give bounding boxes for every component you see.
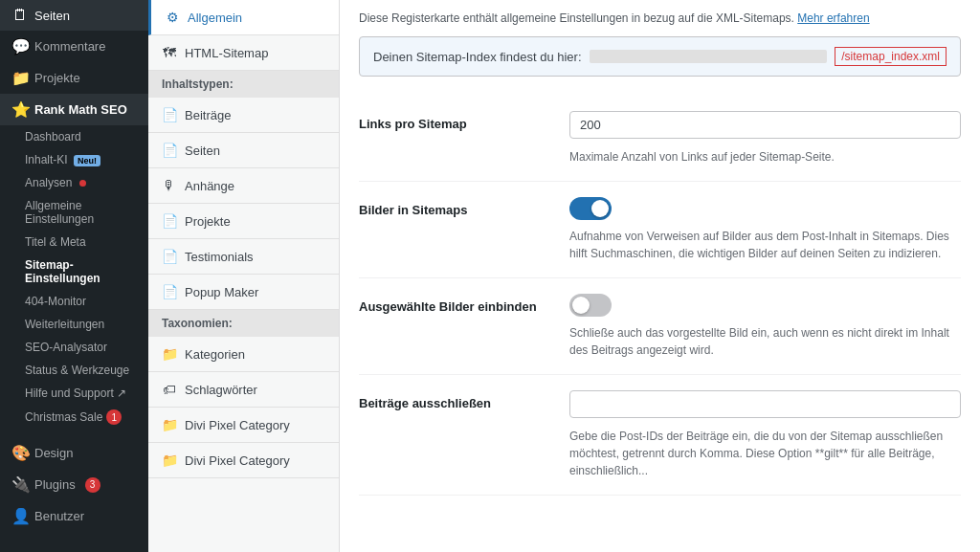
links-pro-sitemap-row: Links pro Sitemap Maximale Anzahl von Li… [359, 96, 961, 182]
sidebar-sub-analysen[interactable]: Analysen [0, 171, 148, 194]
tab-testimonials[interactable]: 📄 Testimonials [148, 239, 339, 275]
tab-popup-maker[interactable]: 📄 Popup Maker [148, 275, 339, 310]
ausgewaehlte-bilder-row: Ausgewählte Bilder einbinden Schließe au… [359, 278, 961, 375]
tab-seiten-label: Seiten [185, 144, 220, 158]
tab-popup-maker-label: Popup Maker [185, 285, 258, 299]
schlagwoerter-icon: 🏷 [162, 382, 177, 397]
new-badge: Neu! [74, 155, 100, 166]
sidebar-item-design[interactable]: 🎨 Design [0, 437, 148, 469]
links-pro-sitemap-desc: Maximale Anzahl von Links auf jeder Site… [569, 148, 961, 166]
page-intro: Diese Registerkarte enthält allgemeine E… [359, 0, 961, 36]
sidebar-item-seiten[interactable]: 🗒 Seiten [0, 0, 148, 31]
sidebar-label-plugins: Plugins [34, 477, 76, 492]
tab-testimonials-label: Testimonials [185, 250, 254, 264]
tab-html-sitemap[interactable]: 🗺 HTML-Sitemap [148, 35, 339, 71]
rank-math-icon: ⭐ [11, 100, 29, 119]
beitraege-ausschliessen-desc: Gebe die Post-IDs der Beiträge ein, die … [569, 428, 961, 479]
tabs-panel: ⚙ Allgemein 🗺 HTML-Sitemap Inhaltstypen:… [148, 0, 340, 552]
bilder-toggle-knob [591, 200, 609, 217]
sitemap-index-bar: Deinen Sitemap-Index findest du hier: /s… [359, 36, 961, 77]
sidebar-sub-status-werkzeuge[interactable]: Status & Werkzeuge [0, 359, 148, 382]
sidebar-label-benutzer: Benutzer [34, 509, 84, 523]
tab-anhaenge[interactable]: 🎙 Anhänge [148, 168, 339, 204]
benutzer-icon: 👤 [11, 507, 29, 525]
ausgewaehlte-bilder-desc: Schließe auch das vorgestellte Bild ein,… [569, 324, 961, 359]
sitemap-index-label: Deinen Sitemap-Index findest du hier: [373, 50, 582, 64]
tab-beitraege-label: Beiträge [185, 108, 231, 122]
links-pro-sitemap-label: Links pro Sitemap [359, 111, 550, 131]
allgemein-icon: ⚙ [165, 10, 180, 25]
bilder-in-sitemaps-row: Bilder in Sitemaps Aufnahme von Verweise… [359, 182, 961, 278]
sidebar-item-kommentare[interactable]: 💬 Kommentare [0, 31, 148, 62]
settings-panel: Diese Registerkarte enthält allgemeine E… [340, 0, 980, 552]
tab-kategorien[interactable]: 📁 Kategorien [148, 337, 339, 372]
ausgewaehlte-toggle[interactable] [569, 294, 612, 317]
sidebar-sub-seo-analysator[interactable]: SEO-Analysator [0, 336, 148, 359]
main-content: ⚙ Allgemein 🗺 HTML-Sitemap Inhaltstypen:… [148, 0, 980, 552]
tab-projekte-label: Projekte [185, 214, 231, 229]
tab-schlagwoerter[interactable]: 🏷 Schlagwörter [148, 372, 339, 408]
html-sitemap-icon: 🗺 [162, 45, 177, 60]
sidebar-sub-hilfe-support[interactable]: Hilfe und Support ↗ [0, 382, 148, 405]
links-pro-sitemap-input[interactable] [569, 111, 961, 139]
tab-divi-pixel-cat[interactable]: 📁 Divi Pixel Category [148, 408, 339, 443]
beitraege-ausschliessen-label: Beiträge ausschließen [359, 390, 550, 410]
tab-projekte[interactable]: 📄 Projekte [148, 204, 339, 239]
sidebar-sub-404-monitor[interactable]: 404-Monitor [0, 290, 148, 313]
ausgewaehlte-toggle-knob [572, 297, 590, 314]
tab-divi-pixel-cat-2[interactable]: 📁 Divi Pixel Category [148, 443, 339, 478]
section-inhaltstypen: Inhaltstypen: [148, 71, 339, 98]
tab-kategorien-label: Kategorien [185, 347, 245, 362]
sidebar-sub-sitemap-einstellungen[interactable]: Sitemap-Einstellungen [0, 254, 148, 290]
tab-divi-pixel-label: Divi Pixel Category [185, 418, 290, 432]
popup-maker-icon: 📄 [162, 284, 177, 299]
sidebar-item-plugins[interactable]: 🔌 Plugins 3 [0, 469, 148, 500]
bilder-toggle[interactable] [569, 197, 612, 220]
sidebar-sub-inhalt-ki[interactable]: Inhalt-KI Neu! [0, 148, 148, 171]
sitemap-url-blur [590, 50, 828, 63]
beitraege-ausschliessen-content: Gebe die Post-IDs der Beiträge ein, die … [569, 390, 961, 479]
tab-seiten[interactable]: 📄 Seiten [148, 133, 339, 168]
divi-pixel-2-icon: 📁 [162, 453, 177, 468]
bilder-in-sitemaps-content: Aufnahme von Verweisen auf Bilder aus de… [569, 197, 961, 262]
seiten-tab-icon: 📄 [162, 143, 177, 158]
beitraege-icon: 📄 [162, 107, 177, 122]
tab-allgemein-label: Allgemein [188, 11, 242, 25]
sitemap-url-link[interactable]: /sitemap_index.xml [835, 47, 947, 66]
bilder-toggle-wrap [569, 197, 961, 220]
tab-divi-pixel-2-label: Divi Pixel Category [185, 453, 290, 468]
beitraege-ausschliessen-row: Beiträge ausschließen Gebe die Post-IDs … [359, 375, 961, 496]
projekte-tab-icon: 📄 [162, 213, 177, 229]
ausgewaehlte-bilder-content: Schließe auch das vorgestellte Bild ein,… [569, 294, 961, 359]
sidebar-label-projekte: Projekte [34, 71, 80, 85]
sidebar-item-projekte[interactable]: 📁 Projekte [0, 62, 148, 94]
sidebar-label-rank-math: Rank Math SEO [34, 102, 127, 117]
bilder-in-sitemaps-desc: Aufnahme von Verweisen auf Bilder aus de… [569, 228, 961, 262]
kategorien-icon: 📁 [162, 346, 177, 362]
sidebar-sub-weiterleitungen[interactable]: Weiterleitungen [0, 313, 148, 336]
section-taxonomien: Taxonomien: [148, 310, 339, 337]
sidebar-item-rank-math[interactable]: ⭐ Rank Math SEO [0, 94, 148, 125]
ausgewaehlte-toggle-wrap [569, 294, 961, 317]
kommentare-icon: 💬 [11, 37, 29, 55]
seiten-icon: 🗒 [11, 7, 29, 24]
sidebar-sub-titel-meta[interactable]: Titel & Meta [0, 231, 148, 254]
sidebar-sub-allgemeine-einstellungen[interactable]: Allgemeine Einstellungen [0, 194, 148, 231]
tab-beitraege[interactable]: 📄 Beiträge [148, 98, 339, 133]
ausgewaehlte-bilder-label: Ausgewählte Bilder einbinden [359, 294, 550, 314]
tab-anhaenge-label: Anhänge [185, 179, 234, 193]
plugins-badge: 3 [85, 477, 100, 493]
sidebar-label-seiten: Seiten [34, 9, 70, 23]
design-icon: 🎨 [11, 444, 29, 462]
sidebar-sub-dashboard[interactable]: Dashboard [0, 125, 148, 148]
sidebar-label-kommentare: Kommentare [34, 39, 105, 54]
christmas-badge: 1 [106, 409, 122, 425]
anhaenge-icon: 🎙 [162, 178, 177, 193]
tab-schlagwoerter-label: Schlagwörter [185, 383, 257, 397]
intro-link[interactable]: Mehr erfahren [797, 11, 869, 25]
beitraege-ausschliessen-input[interactable] [569, 390, 961, 418]
sidebar-item-benutzer[interactable]: 👤 Benutzer [0, 500, 148, 532]
links-pro-sitemap-content: Maximale Anzahl von Links auf jeder Site… [569, 111, 961, 166]
tab-allgemein[interactable]: ⚙ Allgemein [148, 0, 339, 35]
sidebar-sub-christmas-sale[interactable]: Christmas Sale 1 [0, 405, 148, 430]
